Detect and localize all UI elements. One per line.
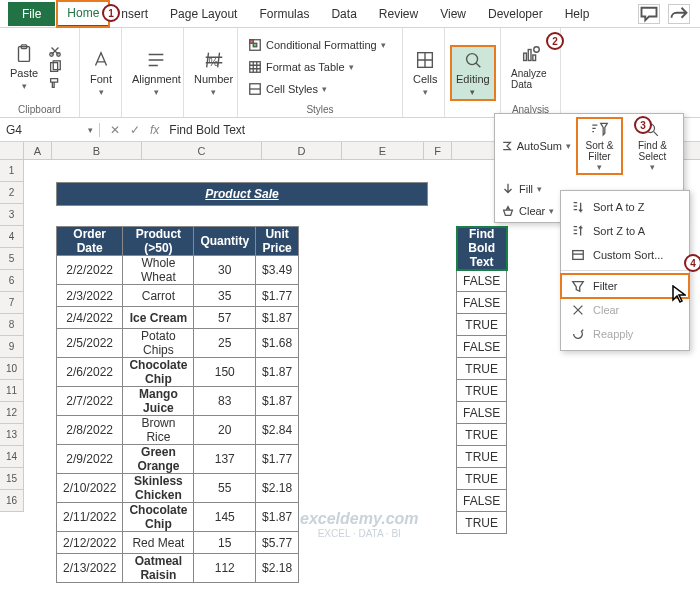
fx-icon[interactable]: fx bbox=[150, 123, 159, 137]
cell-bold-flag[interactable]: TRUE bbox=[457, 314, 507, 336]
cell-bold-flag[interactable]: TRUE bbox=[457, 512, 507, 534]
cell-price[interactable]: $1.87 bbox=[256, 358, 299, 387]
row-header-4[interactable]: 4 bbox=[0, 226, 24, 248]
table-row[interactable]: 2/7/2022Mango Juice83$1.87 bbox=[57, 387, 299, 416]
row-header-12[interactable]: 12 bbox=[0, 402, 24, 424]
cell-bold-flag[interactable]: TRUE bbox=[457, 424, 507, 446]
alignment-button[interactable]: Alignment▾ bbox=[128, 47, 185, 99]
table-row[interactable]: 2/3/2022Carrot35$1.77 bbox=[57, 285, 299, 307]
table-row[interactable]: 2/2/2022Whole Wheat30$3.49 bbox=[57, 256, 299, 285]
cell-date[interactable]: 2/2/2022 bbox=[57, 256, 123, 285]
filter-item[interactable]: Filter bbox=[561, 274, 689, 298]
enter-icon[interactable]: ✓ bbox=[130, 123, 140, 137]
cell-qty[interactable]: 145 bbox=[194, 503, 256, 532]
tab-developer[interactable]: Developer bbox=[478, 2, 553, 26]
cut-icon[interactable] bbox=[48, 44, 62, 58]
table-row[interactable]: 2/8/2022Brown Rice20$2.84 bbox=[57, 416, 299, 445]
cell-bold-flag[interactable]: TRUE bbox=[457, 468, 507, 490]
row-header-8[interactable]: 8 bbox=[0, 314, 24, 336]
table-row[interactable]: 2/9/2022Green Orange137$1.77 bbox=[57, 445, 299, 474]
cell-styles-button[interactable]: Cell Styles▾ bbox=[244, 80, 390, 98]
cell-date[interactable]: 2/5/2022 bbox=[57, 329, 123, 358]
cell-price[interactable]: $2.18 bbox=[256, 474, 299, 503]
row-header-1[interactable]: 1 bbox=[0, 160, 24, 182]
cell-bold-flag[interactable]: TRUE bbox=[457, 380, 507, 402]
cell-qty[interactable]: 35 bbox=[194, 285, 256, 307]
number-button[interactable]: %Number▾ bbox=[190, 47, 237, 99]
autosum-button[interactable]: AutoSum▾ bbox=[501, 139, 571, 153]
cell-date[interactable]: 2/10/2022 bbox=[57, 474, 123, 503]
cell-qty[interactable]: 83 bbox=[194, 387, 256, 416]
cell-bold-flag[interactable]: TRUE bbox=[457, 358, 507, 380]
cells-button[interactable]: Cells▾ bbox=[409, 47, 441, 99]
cell-price[interactable]: $2.18 bbox=[256, 554, 299, 583]
cell-date[interactable]: 2/3/2022 bbox=[57, 285, 123, 307]
conditional-formatting-button[interactable]: Conditional Formatting▾ bbox=[244, 36, 390, 54]
cell-product[interactable]: Skinless Chicken bbox=[123, 474, 194, 503]
cell-product[interactable]: Potato Chips bbox=[123, 329, 194, 358]
comments-icon[interactable] bbox=[638, 4, 660, 24]
cell-product[interactable]: Ice Cream bbox=[123, 307, 194, 329]
cell-qty[interactable]: 57 bbox=[194, 307, 256, 329]
cancel-icon[interactable]: ✕ bbox=[110, 123, 120, 137]
cell-product[interactable]: Carrot bbox=[123, 285, 194, 307]
table-row[interactable]: 2/11/2022Chocolate Chip145$1.87 bbox=[57, 503, 299, 532]
cell-qty[interactable]: 55 bbox=[194, 474, 256, 503]
row-header-13[interactable]: 13 bbox=[0, 424, 24, 446]
hdr-bold[interactable]: Find Bold Text bbox=[457, 227, 507, 270]
col-header-A[interactable]: A bbox=[24, 142, 52, 159]
cell-product[interactable]: Green Orange bbox=[123, 445, 194, 474]
format-painter-icon[interactable] bbox=[48, 76, 62, 90]
tab-view[interactable]: View bbox=[430, 2, 476, 26]
table-row[interactable]: 2/5/2022Potato Chips25$1.68 bbox=[57, 329, 299, 358]
tab-page-layout[interactable]: Page Layout bbox=[160, 2, 247, 26]
sort-filter-button[interactable]: Sort & Filter▾ bbox=[577, 118, 622, 174]
cell-bold-flag[interactable]: FALSE bbox=[457, 336, 507, 358]
row-header-15[interactable]: 15 bbox=[0, 468, 24, 490]
row-header-14[interactable]: 14 bbox=[0, 446, 24, 468]
table-row[interactable]: 2/13/2022Oatmeal Raisin112$2.18 bbox=[57, 554, 299, 583]
col-header-E[interactable]: E bbox=[342, 142, 424, 159]
copy-icon[interactable] bbox=[48, 60, 62, 74]
font-button[interactable]: Font▾ bbox=[86, 47, 116, 99]
cell-price[interactable]: $1.77 bbox=[256, 285, 299, 307]
cell-price[interactable]: $1.68 bbox=[256, 329, 299, 358]
col-header-C[interactable]: C bbox=[142, 142, 262, 159]
cell-date[interactable]: 2/11/2022 bbox=[57, 503, 123, 532]
tab-help[interactable]: Help bbox=[555, 2, 600, 26]
table-row[interactable]: 2/12/2022Red Meat15$5.77 bbox=[57, 532, 299, 554]
custom-sort-item[interactable]: Custom Sort... bbox=[561, 243, 689, 267]
row-header-5[interactable]: 5 bbox=[0, 248, 24, 270]
cell-qty[interactable]: 20 bbox=[194, 416, 256, 445]
cell-price[interactable]: $2.84 bbox=[256, 416, 299, 445]
row-header-16[interactable]: 16 bbox=[0, 490, 24, 512]
cell-bold-flag[interactable]: FALSE bbox=[457, 402, 507, 424]
row-header-7[interactable]: 7 bbox=[0, 292, 24, 314]
cell-price[interactable]: $3.49 bbox=[256, 256, 299, 285]
row-header-9[interactable]: 9 bbox=[0, 336, 24, 358]
formula-input[interactable]: Find Bold Text bbox=[169, 123, 245, 137]
row-header-6[interactable]: 6 bbox=[0, 270, 24, 292]
sort-az-item[interactable]: Sort A to Z bbox=[561, 195, 689, 219]
paste-button[interactable]: Paste▾ bbox=[6, 41, 42, 93]
table-row[interactable]: 2/4/2022Ice Cream57$1.87 bbox=[57, 307, 299, 329]
cell-qty[interactable]: 25 bbox=[194, 329, 256, 358]
cell-product[interactable]: Mango Juice bbox=[123, 387, 194, 416]
row-header-10[interactable]: 10 bbox=[0, 358, 24, 380]
cell-bold-flag[interactable]: TRUE bbox=[457, 446, 507, 468]
cell-date[interactable]: 2/4/2022 bbox=[57, 307, 123, 329]
cell-product[interactable]: Red Meat bbox=[123, 532, 194, 554]
cell-product[interactable]: Chocolate Chip bbox=[123, 503, 194, 532]
cell-price[interactable]: $5.77 bbox=[256, 532, 299, 554]
analyze-data-button[interactable]: Analyze Data bbox=[507, 42, 554, 92]
cell-qty[interactable]: 15 bbox=[194, 532, 256, 554]
table-row[interactable]: 2/6/2022Chocolate Chip150$1.87 bbox=[57, 358, 299, 387]
cell-product[interactable]: Oatmeal Raisin bbox=[123, 554, 194, 583]
cell-qty[interactable]: 112 bbox=[194, 554, 256, 583]
cell-bold-flag[interactable]: FALSE bbox=[457, 490, 507, 512]
cell-date[interactable]: 2/6/2022 bbox=[57, 358, 123, 387]
cell-price[interactable]: $1.87 bbox=[256, 503, 299, 532]
sort-za-item[interactable]: Sort Z to A bbox=[561, 219, 689, 243]
cell-price[interactable]: $1.77 bbox=[256, 445, 299, 474]
cell-qty[interactable]: 150 bbox=[194, 358, 256, 387]
